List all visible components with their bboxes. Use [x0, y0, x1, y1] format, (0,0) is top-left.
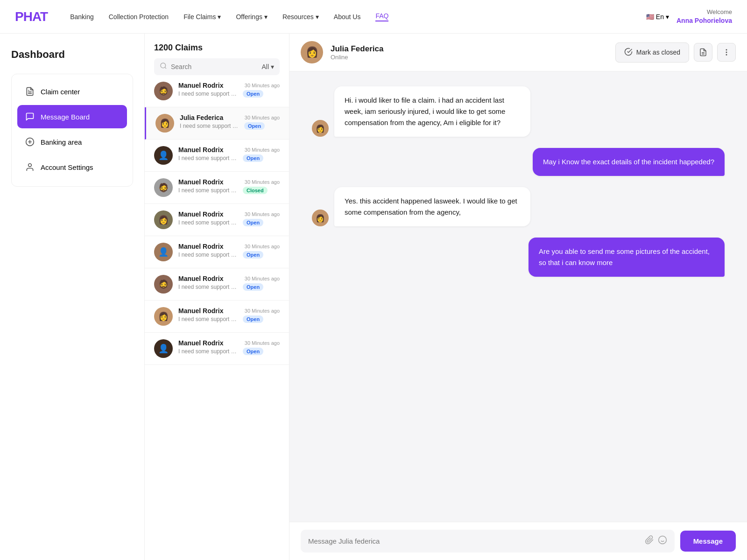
- sidebar-item-label: Account Settings: [41, 163, 93, 171]
- status-badge: Open: [243, 90, 263, 98]
- claim-item[interactable]: 👩 Julia Federica 30 Minutes ago I need s…: [145, 107, 289, 140]
- claim-name: Manuel Rodrix: [178, 82, 223, 89]
- svg-point-11: [726, 52, 727, 53]
- message-bubble: May i Know the exact details of the inci…: [533, 148, 725, 176]
- status-badge: Open: [244, 122, 265, 130]
- chevron-down-icon: ▾: [264, 13, 268, 21]
- file-icon: [25, 86, 35, 97]
- claim-item[interactable]: 👩 Manuel Rodrix 30 Minutes ago I need so…: [145, 301, 289, 333]
- sidebar-item-message-board[interactable]: Message Board: [17, 105, 127, 128]
- nav-file-claims[interactable]: File Claims ▾: [183, 13, 221, 21]
- claim-name: Manuel Rodrix: [178, 307, 223, 315]
- chevron-down-icon: ▾: [666, 13, 669, 21]
- claim-avatar: 👤: [154, 146, 173, 165]
- claim-item[interactable]: 🧔 Manuel Rodrix 30 Minutes ago I need so…: [145, 75, 289, 107]
- claim-info: Julia Federica 30 Minutes ago I need som…: [180, 114, 280, 130]
- nav-banking[interactable]: Banking: [70, 13, 94, 21]
- claim-message: I need some support with my new: [178, 348, 239, 355]
- claim-message: I need some support with my new: [178, 219, 239, 226]
- sidebar-item-banking-area[interactable]: Banking area: [17, 130, 127, 154]
- message-bubble: Are you able to send me some pictures of…: [529, 238, 725, 277]
- more-options-button[interactable]: [717, 43, 736, 62]
- claim-time: 30 Minutes ago: [245, 83, 280, 88]
- claim-message: I need some support with my new: [178, 316, 239, 322]
- nav-collection-protection[interactable]: Collection Protection: [109, 13, 169, 21]
- claim-name: Manuel Rodrix: [178, 275, 223, 282]
- claim-time: 30 Minutes ago: [245, 211, 280, 217]
- message-bubble: Hi. i would liker to file a claim. i had…: [334, 86, 530, 137]
- message-input[interactable]: [308, 537, 641, 545]
- claim-avatar: 👩: [154, 210, 173, 229]
- chat-avatar: 👩: [301, 41, 323, 63]
- status-badge: Open: [243, 251, 263, 259]
- chevron-down-icon: ▾: [316, 13, 319, 21]
- claim-time: 30 Minutes ago: [245, 276, 280, 281]
- language-selector[interactable]: 🇺🇸 En ▾: [646, 13, 669, 21]
- claim-item[interactable]: 🧔 Manuel Rodrix 30 Minutes ago I need so…: [145, 268, 289, 301]
- attachment-icon[interactable]: [645, 535, 654, 547]
- svg-point-6: [161, 63, 166, 68]
- mark-as-closed-button[interactable]: Mark as closed: [615, 42, 689, 63]
- status-badge: Open: [243, 348, 263, 355]
- claim-name: Manuel Rodrix: [178, 243, 223, 250]
- sidebar-card: Claim center Message Board: [11, 74, 133, 187]
- message-avatar: 👩: [312, 120, 329, 137]
- search-icon: [160, 62, 167, 71]
- notes-button[interactable]: [694, 43, 712, 62]
- claim-info: Manuel Rodrix 30 Minutes ago I need some…: [178, 307, 280, 323]
- claim-avatar: 🧔: [154, 82, 173, 100]
- message-row: 👩 Yes. this accident happened lasweek. I…: [312, 187, 725, 226]
- messages-area: 👩 Hi. i would liker to file a claim. i h…: [289, 71, 747, 522]
- svg-point-12: [726, 55, 727, 56]
- message-row: 👩 Hi. i would liker to file a claim. i h…: [312, 86, 725, 137]
- claim-time: 30 Minutes ago: [245, 179, 280, 185]
- claim-message: I need some support with my new: [178, 187, 239, 194]
- nav-about-us[interactable]: About Us: [334, 13, 361, 21]
- sidebar-item-claim-center[interactable]: Claim center: [17, 80, 127, 103]
- svg-point-10: [726, 49, 727, 50]
- message-input-wrapper: [301, 530, 675, 553]
- status-badge: Open: [243, 283, 263, 291]
- claim-avatar: 🧔: [154, 178, 173, 197]
- claim-message: I need some support with my new: [178, 155, 239, 161]
- chat-status: Online: [331, 54, 608, 61]
- status-badge: Closed: [243, 187, 268, 194]
- nav-offerings[interactable]: Offerings ▾: [236, 13, 268, 21]
- claim-time: 30 Minutes ago: [245, 308, 280, 314]
- claim-avatar: 👩: [155, 114, 174, 133]
- user-icon: [25, 162, 35, 172]
- send-button[interactable]: Message: [680, 531, 736, 552]
- nav-resources[interactable]: Resources ▾: [282, 13, 319, 21]
- claims-panel: 1200 Claims All ▾ 🧔 Manuel Rodrix: [145, 34, 289, 560]
- sidebar-item-account-settings[interactable]: Account Settings: [17, 155, 127, 179]
- main-container: Dashboard Claim center: [0, 34, 747, 560]
- claim-item[interactable]: 👤 Manuel Rodrix 30 Minutes ago I need so…: [145, 236, 289, 268]
- emoji-icon[interactable]: [658, 535, 667, 547]
- claim-message: I need some support with my new: [180, 123, 240, 129]
- chat-user-info: Julia Federica Online: [331, 44, 608, 61]
- search-filter[interactable]: All ▾: [261, 63, 274, 70]
- claim-avatar: 🧔: [154, 275, 173, 294]
- claim-item[interactable]: 👤 Manuel Rodrix 30 Minutes ago I need so…: [145, 333, 289, 365]
- status-badge: Open: [243, 154, 263, 162]
- navbar: PHAT Banking Collection Protection File …: [0, 0, 747, 34]
- logo[interactable]: PHAT: [15, 9, 48, 24]
- chat-input-area: Message: [289, 522, 747, 560]
- claim-avatar: 👤: [154, 243, 173, 261]
- search-input[interactable]: [171, 63, 258, 70]
- claim-item[interactable]: 🧔 Manuel Rodrix 30 Minutes ago I need so…: [145, 172, 289, 204]
- claim-item[interactable]: 👩 Manuel Rodrix 30 Minutes ago I need so…: [145, 204, 289, 236]
- dashboard-title: Dashboard: [11, 49, 133, 61]
- claim-message: I need some support with my new: [178, 284, 239, 290]
- claims-title: 1200 Claims: [154, 43, 280, 53]
- nav-links: Banking Collection Protection File Claim…: [70, 12, 646, 21]
- nav-faq[interactable]: FAQ: [375, 12, 388, 21]
- claim-name: Manuel Rodrix: [178, 210, 223, 218]
- status-badge: Open: [243, 219, 263, 226]
- sidebar-item-label: Claim center: [41, 88, 80, 96]
- message-avatar: 👩: [312, 210, 329, 226]
- claim-time: 30 Minutes ago: [245, 244, 280, 249]
- claim-item[interactable]: 👤 Manuel Rodrix 30 Minutes ago I need so…: [145, 140, 289, 172]
- sidebar-item-label: Banking area: [41, 138, 82, 146]
- svg-point-5: [28, 164, 32, 167]
